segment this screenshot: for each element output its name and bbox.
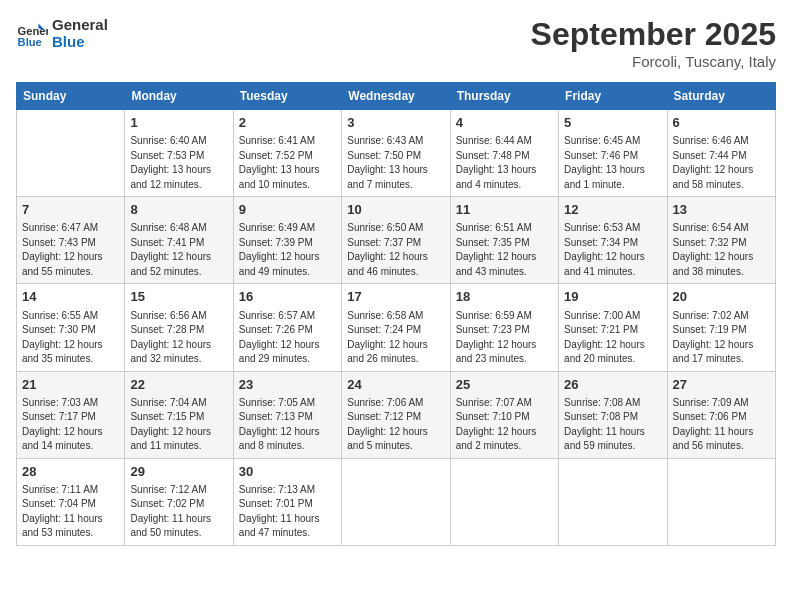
day-number: 22 bbox=[130, 376, 227, 394]
header-sunday: Sunday bbox=[17, 83, 125, 110]
calendar-cell: 21Sunrise: 7:03 AM Sunset: 7:17 PM Dayli… bbox=[17, 371, 125, 458]
day-number: 25 bbox=[456, 376, 553, 394]
day-info: Sunrise: 6:49 AM Sunset: 7:39 PM Dayligh… bbox=[239, 221, 336, 279]
calendar-cell: 26Sunrise: 7:08 AM Sunset: 7:08 PM Dayli… bbox=[559, 371, 667, 458]
header-tuesday: Tuesday bbox=[233, 83, 341, 110]
day-number: 18 bbox=[456, 288, 553, 306]
calendar-cell bbox=[559, 458, 667, 545]
calendar-cell bbox=[17, 110, 125, 197]
day-info: Sunrise: 6:47 AM Sunset: 7:43 PM Dayligh… bbox=[22, 221, 119, 279]
calendar-cell: 23Sunrise: 7:05 AM Sunset: 7:13 PM Dayli… bbox=[233, 371, 341, 458]
calendar-cell: 30Sunrise: 7:13 AM Sunset: 7:01 PM Dayli… bbox=[233, 458, 341, 545]
day-info: Sunrise: 6:54 AM Sunset: 7:32 PM Dayligh… bbox=[673, 221, 770, 279]
day-info: Sunrise: 7:07 AM Sunset: 7:10 PM Dayligh… bbox=[456, 396, 553, 454]
day-number: 13 bbox=[673, 201, 770, 219]
day-info: Sunrise: 7:13 AM Sunset: 7:01 PM Dayligh… bbox=[239, 483, 336, 541]
location: Forcoli, Tuscany, Italy bbox=[531, 53, 776, 70]
title-block: September 2025 Forcoli, Tuscany, Italy bbox=[531, 16, 776, 70]
day-number: 19 bbox=[564, 288, 661, 306]
day-info: Sunrise: 7:04 AM Sunset: 7:15 PM Dayligh… bbox=[130, 396, 227, 454]
logo-icon: General Blue bbox=[16, 17, 48, 49]
day-info: Sunrise: 6:55 AM Sunset: 7:30 PM Dayligh… bbox=[22, 309, 119, 367]
day-info: Sunrise: 6:45 AM Sunset: 7:46 PM Dayligh… bbox=[564, 134, 661, 192]
day-info: Sunrise: 6:43 AM Sunset: 7:50 PM Dayligh… bbox=[347, 134, 444, 192]
header-saturday: Saturday bbox=[667, 83, 775, 110]
day-number: 21 bbox=[22, 376, 119, 394]
calendar-cell bbox=[342, 458, 450, 545]
day-info: Sunrise: 7:03 AM Sunset: 7:17 PM Dayligh… bbox=[22, 396, 119, 454]
day-number: 15 bbox=[130, 288, 227, 306]
day-number: 6 bbox=[673, 114, 770, 132]
calendar-table: SundayMondayTuesdayWednesdayThursdayFrid… bbox=[16, 82, 776, 546]
calendar-cell: 15Sunrise: 6:56 AM Sunset: 7:28 PM Dayli… bbox=[125, 284, 233, 371]
day-number: 3 bbox=[347, 114, 444, 132]
calendar-cell: 3Sunrise: 6:43 AM Sunset: 7:50 PM Daylig… bbox=[342, 110, 450, 197]
day-info: Sunrise: 6:53 AM Sunset: 7:34 PM Dayligh… bbox=[564, 221, 661, 279]
day-number: 12 bbox=[564, 201, 661, 219]
day-info: Sunrise: 6:56 AM Sunset: 7:28 PM Dayligh… bbox=[130, 309, 227, 367]
calendar-cell bbox=[667, 458, 775, 545]
calendar-cell: 27Sunrise: 7:09 AM Sunset: 7:06 PM Dayli… bbox=[667, 371, 775, 458]
calendar-cell: 2Sunrise: 6:41 AM Sunset: 7:52 PM Daylig… bbox=[233, 110, 341, 197]
day-info: Sunrise: 7:11 AM Sunset: 7:04 PM Dayligh… bbox=[22, 483, 119, 541]
month-title: September 2025 bbox=[531, 16, 776, 53]
calendar-cell: 1Sunrise: 6:40 AM Sunset: 7:53 PM Daylig… bbox=[125, 110, 233, 197]
calendar-cell: 18Sunrise: 6:59 AM Sunset: 7:23 PM Dayli… bbox=[450, 284, 558, 371]
day-info: Sunrise: 7:06 AM Sunset: 7:12 PM Dayligh… bbox=[347, 396, 444, 454]
day-info: Sunrise: 6:59 AM Sunset: 7:23 PM Dayligh… bbox=[456, 309, 553, 367]
svg-text:Blue: Blue bbox=[18, 36, 42, 48]
calendar-cell: 25Sunrise: 7:07 AM Sunset: 7:10 PM Dayli… bbox=[450, 371, 558, 458]
logo-general: General bbox=[52, 16, 108, 33]
calendar-cell: 9Sunrise: 6:49 AM Sunset: 7:39 PM Daylig… bbox=[233, 197, 341, 284]
day-info: Sunrise: 6:41 AM Sunset: 7:52 PM Dayligh… bbox=[239, 134, 336, 192]
day-info: Sunrise: 6:44 AM Sunset: 7:48 PM Dayligh… bbox=[456, 134, 553, 192]
day-info: Sunrise: 6:46 AM Sunset: 7:44 PM Dayligh… bbox=[673, 134, 770, 192]
calendar-cell: 17Sunrise: 6:58 AM Sunset: 7:24 PM Dayli… bbox=[342, 284, 450, 371]
calendar-cell: 29Sunrise: 7:12 AM Sunset: 7:02 PM Dayli… bbox=[125, 458, 233, 545]
day-number: 5 bbox=[564, 114, 661, 132]
page-header: General Blue General Blue September 2025… bbox=[16, 16, 776, 70]
day-info: Sunrise: 7:02 AM Sunset: 7:19 PM Dayligh… bbox=[673, 309, 770, 367]
day-number: 16 bbox=[239, 288, 336, 306]
day-info: Sunrise: 7:05 AM Sunset: 7:13 PM Dayligh… bbox=[239, 396, 336, 454]
day-number: 29 bbox=[130, 463, 227, 481]
day-info: Sunrise: 6:50 AM Sunset: 7:37 PM Dayligh… bbox=[347, 221, 444, 279]
day-info: Sunrise: 7:09 AM Sunset: 7:06 PM Dayligh… bbox=[673, 396, 770, 454]
calendar-cell: 5Sunrise: 6:45 AM Sunset: 7:46 PM Daylig… bbox=[559, 110, 667, 197]
header-wednesday: Wednesday bbox=[342, 83, 450, 110]
day-number: 20 bbox=[673, 288, 770, 306]
day-number: 8 bbox=[130, 201, 227, 219]
day-number: 26 bbox=[564, 376, 661, 394]
day-number: 9 bbox=[239, 201, 336, 219]
day-info: Sunrise: 6:57 AM Sunset: 7:26 PM Dayligh… bbox=[239, 309, 336, 367]
day-number: 14 bbox=[22, 288, 119, 306]
day-number: 11 bbox=[456, 201, 553, 219]
calendar-header: SundayMondayTuesdayWednesdayThursdayFrid… bbox=[17, 83, 776, 110]
day-number: 30 bbox=[239, 463, 336, 481]
day-number: 27 bbox=[673, 376, 770, 394]
day-number: 7 bbox=[22, 201, 119, 219]
calendar-cell: 14Sunrise: 6:55 AM Sunset: 7:30 PM Dayli… bbox=[17, 284, 125, 371]
header-friday: Friday bbox=[559, 83, 667, 110]
day-info: Sunrise: 6:58 AM Sunset: 7:24 PM Dayligh… bbox=[347, 309, 444, 367]
calendar-cell: 10Sunrise: 6:50 AM Sunset: 7:37 PM Dayli… bbox=[342, 197, 450, 284]
logo: General Blue General Blue bbox=[16, 16, 108, 51]
day-info: Sunrise: 6:48 AM Sunset: 7:41 PM Dayligh… bbox=[130, 221, 227, 279]
day-number: 17 bbox=[347, 288, 444, 306]
calendar-cell: 7Sunrise: 6:47 AM Sunset: 7:43 PM Daylig… bbox=[17, 197, 125, 284]
calendar-cell: 12Sunrise: 6:53 AM Sunset: 7:34 PM Dayli… bbox=[559, 197, 667, 284]
header-thursday: Thursday bbox=[450, 83, 558, 110]
svg-text:General: General bbox=[18, 25, 48, 37]
calendar-cell bbox=[450, 458, 558, 545]
calendar-cell: 13Sunrise: 6:54 AM Sunset: 7:32 PM Dayli… bbox=[667, 197, 775, 284]
logo-blue: Blue bbox=[52, 33, 108, 50]
header-monday: Monday bbox=[125, 83, 233, 110]
day-info: Sunrise: 7:12 AM Sunset: 7:02 PM Dayligh… bbox=[130, 483, 227, 541]
calendar-cell: 4Sunrise: 6:44 AM Sunset: 7:48 PM Daylig… bbox=[450, 110, 558, 197]
calendar-cell: 19Sunrise: 7:00 AM Sunset: 7:21 PM Dayli… bbox=[559, 284, 667, 371]
day-number: 24 bbox=[347, 376, 444, 394]
day-number: 2 bbox=[239, 114, 336, 132]
day-info: Sunrise: 6:40 AM Sunset: 7:53 PM Dayligh… bbox=[130, 134, 227, 192]
day-info: Sunrise: 6:51 AM Sunset: 7:35 PM Dayligh… bbox=[456, 221, 553, 279]
calendar-cell: 28Sunrise: 7:11 AM Sunset: 7:04 PM Dayli… bbox=[17, 458, 125, 545]
